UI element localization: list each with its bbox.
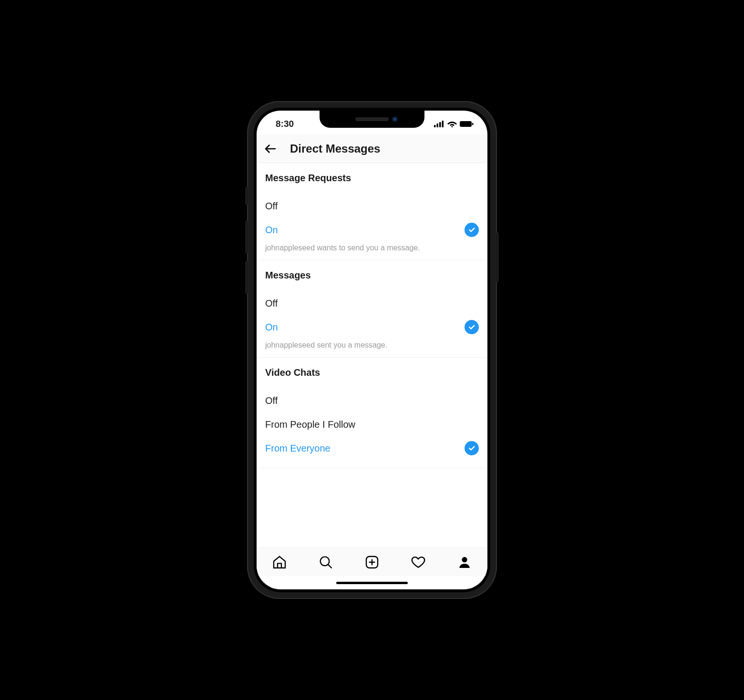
home-icon: [272, 555, 287, 570]
option-message-requests-off[interactable]: Off: [265, 194, 479, 218]
option-messages-off[interactable]: Off: [265, 291, 479, 315]
option-label: On: [265, 322, 278, 333]
nav-create[interactable]: [363, 554, 381, 571]
section-message-requests: Message Requests Off On johnappleseed wa…: [257, 163, 487, 260]
svg-rect-0: [434, 125, 436, 127]
status-time: 8:30: [276, 119, 294, 129]
option-label: From People I Follow: [265, 419, 355, 430]
option-label: From Everyone: [265, 443, 331, 454]
option-label: Off: [265, 395, 278, 406]
back-button[interactable]: [261, 140, 279, 158]
section-title: Video Chats: [265, 367, 479, 378]
option-label: Off: [265, 298, 278, 309]
svg-line-8: [329, 565, 332, 568]
option-videochats-off[interactable]: Off: [265, 389, 479, 412]
battery-icon: [460, 121, 474, 127]
section-description: johnappleseed sent you a message.: [265, 341, 479, 350]
checkmark-icon: [465, 320, 479, 334]
section-video-chats: Video Chats Off From People I Follow Fro…: [257, 358, 487, 468]
nav-activity[interactable]: [410, 554, 427, 571]
svg-rect-5: [460, 121, 472, 127]
svg-rect-2: [439, 122, 441, 127]
section-title: Message Requests: [265, 173, 479, 184]
profile-icon: [457, 555, 472, 570]
search-icon: [318, 555, 333, 570]
phone-notch: [320, 111, 424, 128]
checkmark-icon: [465, 223, 479, 237]
nav-home[interactable]: [271, 554, 288, 571]
settings-content: Message Requests Off On johnappleseed wa…: [257, 163, 487, 547]
svg-rect-6: [472, 123, 474, 125]
checkmark-icon: [465, 441, 479, 455]
nav-search[interactable]: [317, 554, 334, 571]
option-label: On: [265, 225, 278, 236]
page-title: Direct Messages: [290, 142, 380, 155]
svg-point-12: [462, 557, 467, 562]
option-message-requests-on[interactable]: On: [265, 218, 479, 242]
section-description: johnappleseed wants to send you a messag…: [265, 244, 479, 252]
plus-square-icon: [364, 555, 380, 570]
option-messages-on[interactable]: On: [265, 315, 479, 339]
cellular-icon: [434, 121, 444, 127]
svg-point-4: [452, 126, 453, 127]
home-indicator: [257, 576, 487, 589]
option-videochats-from-everyone[interactable]: From Everyone: [265, 436, 479, 460]
arrow-left-icon: [263, 142, 278, 156]
section-title: Messages: [265, 270, 479, 281]
header: Direct Messages: [257, 134, 487, 163]
svg-rect-1: [437, 124, 439, 127]
wifi-icon: [447, 121, 457, 127]
nav-profile[interactable]: [456, 554, 473, 571]
section-messages: Messages Off On johnappleseed sent you a…: [257, 260, 487, 358]
svg-rect-3: [442, 121, 444, 127]
heart-icon: [411, 555, 426, 570]
option-videochats-from-follow[interactable]: From People I Follow: [265, 412, 479, 436]
bottom-nav: [257, 547, 487, 576]
option-label: Off: [265, 201, 278, 212]
